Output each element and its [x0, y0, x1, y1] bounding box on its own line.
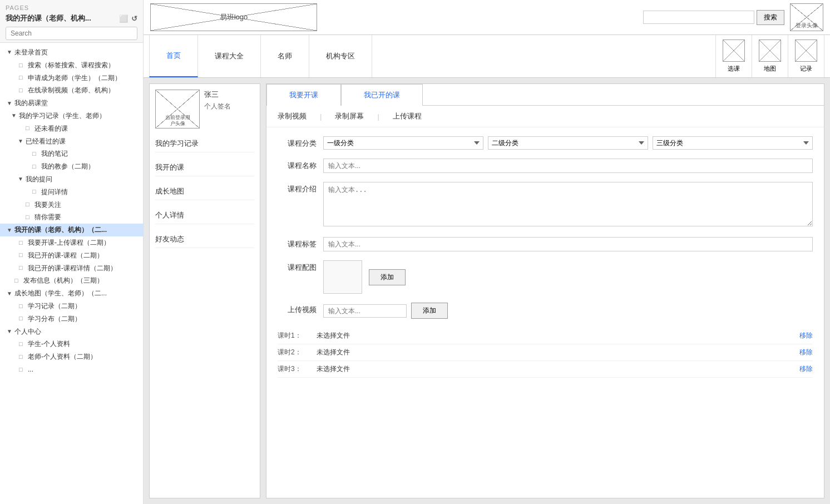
sidebar-item-more[interactable]: □...	[0, 363, 143, 376]
sidebar-item-teacher-profile[interactable]: □老师-个人资料（二期）	[0, 350, 143, 363]
input-course-tags[interactable]	[323, 237, 813, 251]
sidebar-item-growth-map[interactable]: ▼成长地图（学生、老师）（二...	[0, 287, 143, 300]
form-row-upload: 上传视频 添加	[278, 303, 813, 319]
tree-icon-online-video: □	[19, 86, 26, 95]
select-category1[interactable]: 一级分类	[323, 136, 483, 150]
sidebar-item-not-logged-home[interactable]: ▼未登录首页	[0, 46, 143, 59]
tree-label-study-log: 学习记录（二期）	[28, 302, 81, 311]
sub-nav-record-screen[interactable]: 录制屏幕	[333, 111, 366, 121]
cover-image-box	[323, 260, 362, 294]
sidebar-item-study-records[interactable]: ▼我的学习记录（学生、老师）	[0, 110, 143, 122]
input-course-name[interactable]	[323, 159, 813, 173]
sidebar-item-guess[interactable]: □猜你需要	[0, 211, 143, 224]
sidebar-item-my-teach[interactable]: □我的教参（二期）	[0, 160, 143, 173]
left-menu-friends[interactable]: 好友动态	[155, 231, 254, 248]
add-cover-button[interactable]: 添加	[369, 269, 406, 285]
sidebar-item-my-questions[interactable]: ▼我的提问	[0, 173, 143, 186]
tree-label-my-teach: 我的教参（二期）	[41, 162, 95, 171]
file-remove-0[interactable]: 移除	[799, 331, 813, 340]
record-image	[795, 39, 817, 62]
file-value-1: 未选择文件	[317, 348, 799, 357]
sidebar-item-opened-course[interactable]: □我已开的课-课程（二期）	[0, 249, 143, 262]
sidebar-item-apply-teacher[interactable]: □申请成为老师（学生）（二期）	[0, 72, 143, 85]
tree-icon-student-profile: □	[19, 340, 26, 348]
sidebar-item-seen[interactable]: ▼已经看过的课	[0, 135, 143, 148]
sidebar-item-my-eclass[interactable]: ▼我的易课堂	[0, 97, 143, 110]
nav-item-org[interactable]: 机构专区	[309, 35, 372, 77]
tree-icon-opened-course: □	[19, 251, 26, 259]
logo-text: 易班logo	[220, 12, 248, 22]
sidebar-item-unseen[interactable]: □还未看的课	[0, 122, 143, 135]
tree-label-upload-course: 我要开课-上传课程（二期）	[28, 238, 110, 248]
search-button[interactable]: 搜索	[757, 10, 784, 25]
left-menu-growth-map[interactable]: 成长地图	[155, 183, 254, 200]
left-menu-study-records[interactable]: 我的学习记录	[155, 135, 254, 152]
sidebar-item-study-log[interactable]: □学习记录（二期）	[0, 300, 143, 313]
sidebar-item-personal-center[interactable]: ▼个人中心	[0, 325, 143, 338]
file-value-2: 未选择文件	[317, 364, 799, 374]
nav-right-map[interactable]: 地图	[752, 35, 788, 77]
sidebar-item-my-notes[interactable]: □我的笔记	[0, 147, 143, 160]
nav-item-famous[interactable]: 名师	[261, 35, 309, 77]
form-label-name: 课程名称	[278, 159, 317, 171]
right-panel: 我要开课 我已开的课 录制视频 | 录制屏幕 | 上传课程 课程分类 一级分类	[266, 83, 824, 498]
file-label-2: 课时3：	[278, 364, 317, 374]
sidebar-item-search[interactable]: □搜索（标签搜索、课程搜索）	[0, 59, 143, 72]
form-control-intro	[323, 182, 813, 228]
file-remove-1[interactable]: 移除	[799, 348, 813, 357]
sidebar-item-publish-info[interactable]: □发布信息（机构）（三期）	[0, 274, 143, 287]
share-icon[interactable]: ⬜	[119, 14, 128, 23]
nav-right-record[interactable]: 记录	[788, 35, 824, 77]
sidebar-item-upload-course[interactable]: □我要开课-上传课程（二期）	[0, 236, 143, 249]
sidebar-tree: ▼未登录首页□搜索（标签搜索、课程搜索）□申请成为老师（学生）（二期）□在线录制…	[0, 43, 143, 504]
sidebar-item-my-courses[interactable]: ▼我开的课（老师、机构）（二...	[0, 224, 143, 236]
tree-icon-study-log: □	[19, 302, 26, 310]
file-remove-2[interactable]: 移除	[799, 364, 813, 374]
tab-open-course[interactable]: 我要开课	[266, 84, 341, 106]
select-category2[interactable]: 二级分类	[488, 136, 648, 150]
tree-label-question-detail: 提问详情	[41, 187, 68, 197]
content-area: 当前登录用户头像 张三 个人签名 我的学习记录 我开的课 成长地图 个人详情 好…	[144, 78, 830, 504]
nav-right-select[interactable]: 选课	[716, 35, 752, 77]
search-input[interactable]	[6, 27, 137, 40]
form-control-name	[323, 159, 813, 173]
nav-item-home[interactable]: 首页	[149, 35, 198, 77]
tree-icon-my-notes: □	[32, 150, 39, 158]
sidebar-item-online-video[interactable]: □在线录制视频（老师、机构）	[0, 84, 143, 97]
tree-arrow-study-records: ▼	[11, 112, 17, 120]
user-info-row: 当前登录用户头像 张三 个人签名	[155, 90, 254, 129]
form-control-upload: 添加	[323, 303, 813, 319]
left-menu-my-courses[interactable]: 我开的课	[155, 159, 254, 176]
tree-label-my-questions: 我的提问	[26, 175, 52, 184]
sub-nav-record-video[interactable]: 录制视频	[275, 111, 309, 121]
refresh-icon[interactable]: ↺	[131, 14, 137, 23]
form-label-tags: 课程标签	[278, 237, 317, 249]
left-menu-profile[interactable]: 个人详情	[155, 207, 254, 224]
topbar-search-input[interactable]	[643, 11, 754, 24]
sidebar-item-study-dist[interactable]: □学习分布（二期）	[0, 313, 143, 325]
tree-label-unseen: 还未看的课	[34, 124, 68, 134]
sidebar-item-opened-course-detail[interactable]: □我已开的课-课程详情（二期）	[0, 262, 143, 275]
user-text: 张三 个人签名	[204, 90, 231, 111]
add-video-button[interactable]: 添加	[411, 303, 448, 319]
sidebar-item-follow[interactable]: □我要关注	[0, 199, 143, 211]
tree-label-teacher-profile: 老师-个人资料（二期）	[28, 352, 97, 362]
textarea-course-intro[interactable]	[323, 182, 813, 226]
nav-item-all-courses[interactable]: 课程大全	[198, 35, 261, 77]
sidebar-page-title: 我的开的课（老师、机构... ⬜ ↺	[6, 13, 137, 23]
login-avatar-box[interactable]: 登录头像	[790, 3, 823, 31]
sidebar-item-question-detail[interactable]: □提问详情	[0, 186, 143, 199]
form-row-name: 课程名称	[278, 159, 813, 173]
form-row-category: 课程分类 一级分类 二级分类 三级分类	[278, 136, 813, 150]
tab-my-opened[interactable]: 我已开的课	[341, 84, 423, 106]
form-label-upload: 上传视频	[278, 303, 317, 315]
nav-right-select-label: 选课	[723, 65, 745, 73]
file-row-1: 课时2： 未选择文件 移除	[278, 344, 813, 361]
select-category3[interactable]: 三级分类	[653, 136, 813, 150]
input-upload-url[interactable]	[323, 304, 407, 318]
sidebar-item-student-profile[interactable]: □学生-个人资料	[0, 338, 143, 350]
form-select-group: 一级分类 二级分类 三级分类	[323, 136, 813, 150]
tree-arrow-my-eclass: ▼	[7, 100, 12, 107]
sub-nav-upload-course[interactable]: 上传课程	[391, 111, 424, 121]
file-row-2: 课时3： 未选择文件 移除	[278, 361, 813, 378]
